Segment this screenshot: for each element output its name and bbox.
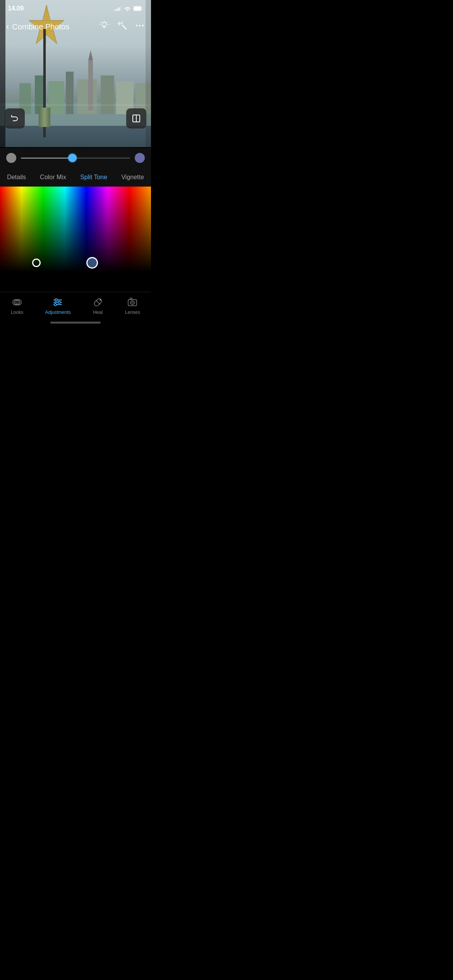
shadow-color-handle[interactable] (32, 259, 41, 267)
header-title: Combine Photos (12, 22, 69, 31)
nav-adjustments[interactable]: Adjustments (45, 297, 70, 315)
slider-thumb[interactable] (68, 154, 77, 162)
svg-point-32 (58, 301, 60, 303)
svg-line-3 (122, 25, 126, 29)
svg-point-36 (100, 299, 101, 301)
color-gradient (0, 187, 151, 272)
edit-tabs: Details Color Mix Split Tone Vignette (0, 168, 151, 187)
looks-label: Looks (11, 310, 23, 315)
back-button[interactable]: ‹ (6, 22, 9, 31)
svg-rect-17 (88, 60, 93, 110)
svg-point-4 (136, 25, 137, 26)
slider-left-dot (6, 153, 16, 163)
svg-rect-1 (134, 7, 141, 11)
svg-rect-12 (66, 72, 74, 114)
wifi-icon (124, 6, 131, 11)
status-icons (115, 6, 143, 11)
svg-point-39 (132, 302, 133, 303)
magic-wand-icon[interactable] (117, 21, 127, 33)
svg-rect-40 (130, 298, 132, 300)
compare-button[interactable] (126, 108, 146, 128)
svg-point-31 (55, 299, 57, 301)
status-time: 14.09 (8, 5, 24, 12)
slider-fill (21, 158, 72, 159)
highlight-color-handle[interactable] (86, 257, 98, 269)
blend-slider-area[interactable] (0, 148, 151, 168)
nav-lenses[interactable]: Lenses (125, 297, 140, 315)
tab-vignette[interactable]: Vignette (120, 171, 145, 184)
nav-heal[interactable]: Heal (93, 297, 103, 315)
svg-point-6 (142, 25, 144, 26)
lenses-icon (127, 297, 138, 308)
photo-controls (0, 108, 151, 128)
svg-line-35 (96, 300, 100, 304)
signal-icon (115, 6, 122, 11)
tab-color-mix[interactable]: Color Mix (38, 171, 68, 184)
color-picker[interactable] (0, 187, 151, 272)
battery-icon (133, 6, 143, 11)
adjustments-icon (52, 297, 63, 308)
svg-point-2 (102, 22, 106, 27)
heal-icon (93, 297, 103, 308)
slider-track[interactable] (21, 158, 130, 159)
tab-split-tone[interactable]: Split Tone (79, 171, 109, 184)
looks-icon (12, 297, 22, 308)
app-header: ‹ Combine Photos (0, 17, 151, 36)
heal-label: Heal (93, 310, 103, 315)
svg-point-38 (130, 301, 134, 305)
lightbulb-icon[interactable] (99, 21, 109, 33)
tab-details[interactable]: Details (5, 171, 27, 184)
header-left: ‹ Combine Photos (6, 22, 69, 31)
more-icon[interactable] (135, 21, 145, 33)
svg-marker-18 (88, 50, 93, 60)
adjustments-label: Adjustments (45, 310, 70, 315)
home-indicator (50, 322, 101, 324)
svg-rect-19 (0, 105, 151, 106)
undo-button[interactable] (5, 108, 25, 128)
lenses-label: Lenses (125, 310, 140, 315)
slider-right-dot (135, 153, 145, 163)
nav-looks[interactable]: Looks (11, 297, 23, 315)
svg-point-33 (54, 303, 57, 306)
status-bar: 14.09 (0, 0, 151, 17)
svg-point-5 (139, 25, 141, 26)
header-right (99, 21, 145, 33)
